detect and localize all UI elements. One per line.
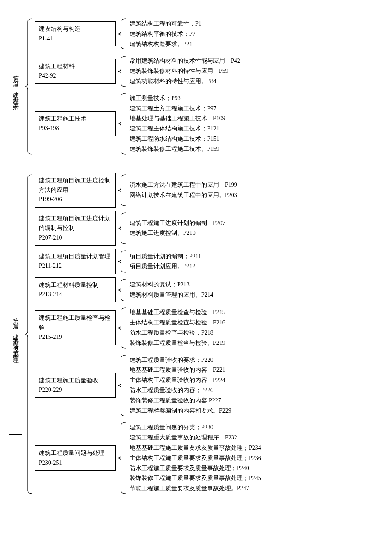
section-box: 建筑工程材料P42-92 [35, 59, 116, 84]
section-box-cell: 建筑工程材料质量控制 P213-214 [35, 278, 116, 303]
brace-icon [116, 421, 128, 495]
detail-item: 建筑工程土方工程施工技术；P97 [130, 104, 225, 114]
detail-group: 建筑材料的复试；P213建筑材料质量管理的应用。P214 [128, 278, 213, 303]
detail-group: 建筑工程质量问题的分类；P230建筑工程重大质量事故的处理程序；P232地基基础… [128, 421, 261, 495]
section-pair: 建筑工程施工技术P93-198施工测量技术；P93建筑工程土方工程施工技术；P9… [35, 92, 383, 156]
detail-item: 防水工程施工质量要求及质量事故处理；P240 [130, 463, 261, 474]
detail-item: 建筑工程档案编制的内容和要求。P229 [130, 406, 231, 416]
brace-icon [116, 211, 128, 246]
section-box: 建筑工程施工技术P93-198 [35, 111, 116, 136]
detail-item: 建筑功能材料的特性与应用。P84 [130, 76, 240, 87]
part-row: 第二篇 建筑工程项目施工管理建筑工程项目施工进度控制方法的应用P199-206流… [9, 173, 383, 495]
detail-item: 装饰装修工程施工质量要求及质量事故处理；P245 [130, 473, 261, 483]
brace-icon [116, 278, 128, 303]
detail-item: 地基基础工程施工质量要求及质量事故处理；P234 [130, 443, 261, 453]
section-pair: 建筑工程材料P42-92常用建筑结构材料的技术性能与应用；P42建筑装饰装修材料… [35, 54, 383, 88]
detail-item: 建筑工程重大质量事故的处理程序；P232 [130, 433, 261, 443]
section-pair: 建筑工程施工质量验收 P220-229建筑工程质量验收的要求；P220地基基础工… [35, 353, 383, 418]
section-box: 建筑工程项目质量计划管理 P211-212 [35, 249, 116, 274]
brace-icon [22, 173, 35, 495]
section-box: 建筑工程施工质量检查与检验P215-219 [35, 310, 116, 345]
section-pair: 建设结构与构造P1-41建筑结构工程的可靠性；P1建筑结构平衡的技术；P7建筑结… [35, 17, 383, 51]
brace-icon [22, 17, 35, 156]
brace-icon [116, 92, 128, 156]
detail-group: 施工测量技术；P93建筑工程土方工程施工技术；P97地基处理与基础工程施工技术；… [128, 92, 225, 156]
detail-item: 建筑工程主体结构施工技术；P121 [130, 124, 225, 134]
section-box: 建筑工程项目施工进度计划的编制与控制P207-210 [35, 211, 116, 246]
detail-item: 网络计划技术在建筑工程中的应用。P203 [130, 190, 237, 200]
detail-item: 建筑材料质量管理的应用。P214 [130, 290, 213, 300]
section-box-cell: 建筑工程项目质量计划管理 P211-212 [35, 249, 116, 274]
detail-item: 节能工程施工质量要求及质量事故处理。P247 [130, 483, 261, 494]
section-pair: 建筑工程施工质量检查与检验P215-219地基基础工程质量检查与检验；P215主… [35, 306, 383, 350]
detail-group: 地基基础工程质量检查与检验；P215主体结构工程质量检查与检验；P216防水工程… [128, 306, 225, 350]
detail-item: 主体结构工程质量验收的内容；P224 [130, 375, 231, 385]
section-pair: 建筑工程项目施工进度计划的编制与控制P207-210建筑工程施工进度计划的编制；… [35, 211, 383, 246]
section-box-cell: 建筑工程施工质量检查与检验P215-219 [35, 306, 116, 350]
brace-icon [116, 17, 128, 51]
sections-stack: 建筑工程项目施工进度控制方法的应用P199-206流水施工方法在建筑工程中的应用… [35, 173, 383, 495]
detail-item: 流水施工方法在建筑工程中的应用；P199 [130, 180, 237, 190]
detail-item: 建筑结构工程的可靠性；P1 [130, 19, 202, 29]
detail-item: 建筑结构构造要求。P21 [130, 39, 202, 49]
detail-item: 装饰装修工程质量检查与检验。P219 [130, 338, 225, 348]
detail-item: 地基基础工程质量验收的内容；P221 [130, 365, 231, 375]
detail-item: 防水工程质量检查与检验；P218 [130, 328, 225, 338]
detail-item: 建筑结构平衡的技术；P7 [130, 29, 202, 39]
detail-item: 地基处理与基础工程施工技术；P109 [130, 113, 225, 124]
part-title: 第一篇 建筑工程技术 [9, 41, 22, 132]
detail-item: 施工测量技术；P93 [130, 93, 225, 104]
detail-item: 主体结构工程质量检查与检验；P216 [130, 318, 225, 328]
detail-group: 建筑工程施工进度计划的编制；P207建筑施工进度控制。P210 [128, 211, 225, 246]
section-pair: 建筑工程材料质量控制 P213-214建筑材料的复试；P213建筑材料质量管理的… [35, 278, 383, 303]
section-box: 建筑工程施工质量验收 P220-229 [35, 373, 116, 398]
detail-group: 项目质量计划的编制；P211项目质量计划应用。P212 [128, 249, 201, 274]
section-box-cell: 建筑工程项目施工进度计划的编制与控制P207-210 [35, 211, 116, 246]
detail-item: 建筑工程防水结构施工技术；P151 [130, 134, 225, 144]
section-pair: 建筑工程项目质量计划管理 P211-212项目质量计划的编制；P211项目质量计… [35, 249, 383, 274]
detail-group: 常用建筑结构材料的技术性能与应用；P42建筑装饰装修材料的特性与应用；P59建筑… [128, 54, 240, 88]
sections-stack: 建设结构与构造P1-41建筑结构工程的可靠性；P1建筑结构平衡的技术；P7建筑结… [35, 17, 383, 156]
detail-item: 建筑装饰装修材料的特性与应用；P59 [130, 66, 240, 76]
section-box: 建筑工程材料质量控制 P213-214 [35, 278, 116, 303]
section-box: 建设结构与构造P1-41 [35, 21, 116, 46]
part-title: 第二篇 建筑工程项目施工管理 [9, 234, 22, 435]
detail-item: 建筑施工进度控制。P210 [130, 228, 225, 238]
section-box-cell: 建筑工程材料P42-92 [35, 54, 116, 88]
outline-root: 第一篇 建筑工程技术建设结构与构造P1-41建筑结构工程的可靠性；P1建筑结构平… [9, 17, 383, 495]
detail-item: 建筑工程质量问题的分类；P230 [130, 422, 261, 433]
detail-item: 主体结构工程施工质量要求及质量事故处理；P236 [130, 453, 261, 463]
detail-item: 装饰装修工程质量验收的内容;P227 [130, 396, 231, 406]
section-box-cell: 建筑工程施工技术P93-198 [35, 92, 116, 156]
section-box: 建筑工程项目施工进度控制方法的应用P199-206 [35, 173, 116, 208]
detail-item: 地基基础工程质量检查与检验；P215 [130, 307, 225, 318]
section-box-cell: 建筑工程项目施工进度控制方法的应用P199-206 [35, 173, 116, 208]
detail-item: 常用建筑结构材料的技术性能与应用；P42 [130, 56, 240, 66]
detail-item: 建筑工程质量验收的要求；P220 [130, 355, 231, 365]
detail-item: 项目质量计划应用。P212 [130, 261, 201, 272]
section-pair: 建筑工程项目施工进度控制方法的应用P199-206流水施工方法在建筑工程中的应用… [35, 173, 383, 208]
section-box-cell: 建筑工程施工质量验收 P220-229 [35, 353, 116, 418]
detail-group: 流水施工方法在建筑工程中的应用；P199网络计划技术在建筑工程中的应用。P203 [128, 173, 237, 208]
detail-group: 建筑工程质量验收的要求；P220地基基础工程质量验收的内容；P221主体结构工程… [128, 353, 231, 418]
detail-item: 建筑工程施工进度计划的编制；P207 [130, 218, 225, 228]
brace-icon [116, 54, 128, 88]
brace-icon [116, 173, 128, 208]
detail-item: 防水工程质量验收的内容；P226 [130, 385, 231, 396]
brace-icon [116, 353, 128, 418]
detail-item: 建筑装饰装修工程施工技术。P159 [130, 144, 225, 154]
brace-icon [116, 306, 128, 350]
detail-group: 建筑结构工程的可靠性；P1建筑结构平衡的技术；P7建筑结构构造要求。P21 [128, 17, 202, 51]
section-box-cell: 建筑工程质量问题与处理 P230-251 [35, 421, 116, 495]
detail-item: 项目质量计划的编制；P211 [130, 251, 201, 262]
section-box: 建筑工程质量问题与处理 P230-251 [35, 445, 116, 471]
detail-item: 建筑材料的复试；P213 [130, 280, 213, 290]
part-row: 第一篇 建筑工程技术建设结构与构造P1-41建筑结构工程的可靠性；P1建筑结构平… [9, 17, 383, 156]
section-pair: 建筑工程质量问题与处理 P230-251建筑工程质量问题的分类；P230建筑工程… [35, 421, 383, 495]
section-box-cell: 建设结构与构造P1-41 [35, 17, 116, 51]
brace-icon [116, 249, 128, 274]
